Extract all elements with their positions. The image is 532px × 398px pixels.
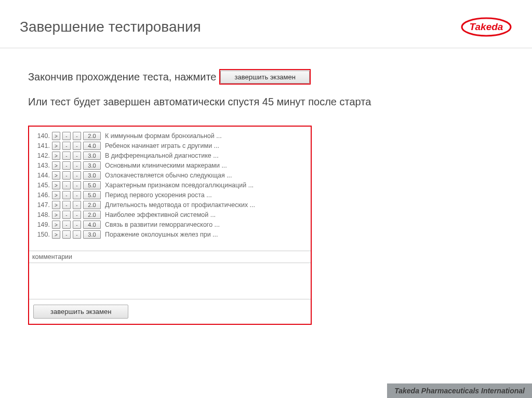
questions-panel: 140.>--2.0К иммунным формам бронхиальной… <box>28 126 312 325</box>
question-row: 148.>--2.0Наиболее эффективной системой … <box>33 211 307 219</box>
question-row: 144.>--3.0Озлокачествляется обычно следу… <box>33 171 307 180</box>
question-row: 150.>--3.0Поражение околоушных желез при… <box>33 230 307 239</box>
question-text: Ребенок начинает играть с другими ... <box>105 142 219 149</box>
score-chip[interactable]: 5.0 <box>83 191 101 199</box>
go-to-question-button[interactable]: > <box>52 191 60 199</box>
dash-chip[interactable]: - <box>73 211 81 219</box>
score-chip[interactable]: 3.0 <box>83 152 101 160</box>
question-text: Озлокачествляется обычно следующая ... <box>105 172 232 179</box>
question-text: Наиболее эффективной системой ... <box>105 211 216 218</box>
question-number: 150. <box>33 231 50 238</box>
question-row: 143.>--3.0Основными клиническими маркера… <box>33 161 307 170</box>
dash-chip[interactable]: - <box>62 152 71 160</box>
question-text: Период первого ускорения роста ... <box>105 191 212 199</box>
footer-brand: Takeda Pharmaceuticals International <box>387 383 532 398</box>
score-chip[interactable]: 5.0 <box>83 181 101 189</box>
dash-chip[interactable]: - <box>62 142 71 150</box>
question-number: 145. <box>33 182 50 189</box>
dash-chip[interactable]: - <box>73 161 81 170</box>
finish-exam-button-bottom[interactable]: завершить экзамен <box>33 305 128 319</box>
question-row: 147.>--2.0Длительность медотвода от проф… <box>33 201 307 209</box>
go-to-question-button[interactable]: > <box>52 152 60 160</box>
dash-chip[interactable]: - <box>73 171 81 180</box>
page-title: Завершение тестирования <box>20 19 201 35</box>
question-number: 140. <box>33 132 50 140</box>
question-number: 142. <box>33 152 50 159</box>
question-row: 145.>--5.0Характерным признаком псевдога… <box>33 181 307 189</box>
score-chip[interactable]: 2.0 <box>83 211 101 219</box>
go-to-question-button[interactable]: > <box>52 211 60 219</box>
go-to-question-button[interactable]: > <box>52 171 60 180</box>
go-to-question-button[interactable]: > <box>52 201 60 209</box>
dash-chip[interactable]: - <box>73 191 81 199</box>
score-chip[interactable]: 2.0 <box>83 201 101 209</box>
dash-chip[interactable]: - <box>62 191 71 199</box>
dash-chip[interactable]: - <box>73 201 81 209</box>
score-chip[interactable]: 2.0 <box>83 132 101 140</box>
question-row: 140.>--2.0К иммунным формам бронхиальной… <box>33 132 307 140</box>
question-text: Основными клиническими маркерами ... <box>105 162 227 169</box>
bottom-button-row: завершить экзамен <box>29 299 311 324</box>
comments-label: комментарии <box>29 251 311 263</box>
question-row: 142.>--3.0В дифференциальной диагностике… <box>33 152 307 160</box>
dash-chip[interactable]: - <box>73 230 81 239</box>
question-number: 141. <box>33 142 50 149</box>
dash-chip[interactable]: - <box>73 132 81 140</box>
score-chip[interactable]: 4.0 <box>83 142 101 150</box>
dash-chip[interactable]: - <box>62 132 71 140</box>
content-area: Закончив прохождение теста, нажмите заве… <box>0 48 532 325</box>
dash-chip[interactable]: - <box>62 181 71 189</box>
dash-chip[interactable]: - <box>73 152 81 160</box>
question-row: 149.>--4.0Связь в развитии геморрагическ… <box>33 221 307 229</box>
question-number: 144. <box>33 172 50 179</box>
dash-chip[interactable]: - <box>62 211 71 219</box>
question-row: 141.>--4.0Ребенок начинает играть с друг… <box>33 142 307 150</box>
takeda-logo: Takeda <box>460 16 512 38</box>
go-to-question-button[interactable]: > <box>52 230 60 239</box>
dash-chip[interactable]: - <box>73 181 81 189</box>
score-chip[interactable]: 3.0 <box>83 161 101 170</box>
question-text: Характерным признаком псевдогаллюцинаций… <box>105 182 254 189</box>
comments-textarea[interactable] <box>29 263 311 299</box>
dash-chip[interactable]: - <box>62 221 71 229</box>
question-text: Поражение околоушных желез при ... <box>105 231 218 238</box>
question-text: В дифференциальной диагностике ... <box>105 152 219 159</box>
dash-chip[interactable]: - <box>73 142 81 150</box>
questions-list: 140.>--2.0К иммунным формам бронхиальной… <box>29 127 311 242</box>
instruction-line-2: Или тест будет завершен автоматически сп… <box>28 96 504 108</box>
question-number: 147. <box>33 201 50 209</box>
question-text: К иммунным формам бронхиальной ... <box>105 132 222 140</box>
dash-chip[interactable]: - <box>62 171 71 180</box>
finish-exam-button-top[interactable]: завершить экзамен <box>220 71 309 84</box>
question-row: 146.>--5.0Период первого ускорения роста… <box>33 191 307 199</box>
instruction-text-1: Закончив прохождение теста, нажмите <box>28 71 216 83</box>
dash-chip[interactable]: - <box>73 221 81 229</box>
question-number: 143. <box>33 162 50 169</box>
header: Завершение тестирования Takeda <box>0 0 532 48</box>
question-text: Длительность медотвода от профилактическ… <box>105 201 255 209</box>
go-to-question-button[interactable]: > <box>52 161 60 170</box>
score-chip[interactable]: 3.0 <box>83 230 101 239</box>
question-number: 148. <box>33 211 50 218</box>
go-to-question-button[interactable]: > <box>52 132 60 140</box>
go-to-question-button[interactable]: > <box>52 221 60 229</box>
dash-chip[interactable]: - <box>62 201 71 209</box>
question-number: 146. <box>33 191 50 199</box>
instruction-line-1: Закончив прохождение теста, нажмите заве… <box>28 69 504 85</box>
question-number: 149. <box>33 221 50 228</box>
finish-button-highlight: завершить экзамен <box>219 69 310 85</box>
go-to-question-button[interactable]: > <box>52 142 60 150</box>
comments-block: комментарии завершить экзамен <box>29 251 311 324</box>
dash-chip[interactable]: - <box>62 230 71 239</box>
score-chip[interactable]: 4.0 <box>83 221 101 229</box>
question-text: Связь в развитии геморрагического ... <box>105 221 220 228</box>
dash-chip[interactable]: - <box>62 161 71 170</box>
go-to-question-button[interactable]: > <box>52 181 60 189</box>
score-chip[interactable]: 3.0 <box>83 171 101 180</box>
svg-text:Takeda: Takeda <box>470 21 503 32</box>
